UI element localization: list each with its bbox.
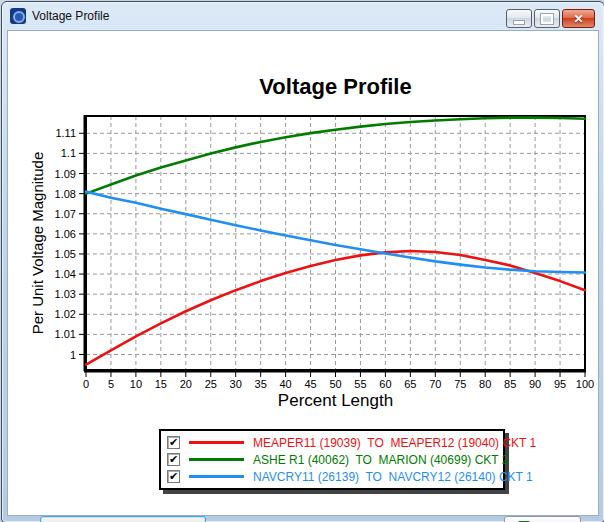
x-tick-label: 75 [454, 378, 466, 390]
minimize-button[interactable] [506, 9, 532, 28]
legend-checkbox[interactable]: ✔ [167, 436, 180, 449]
y-tick-label: 1.09 [55, 168, 76, 180]
x-tick-label: 50 [329, 378, 341, 390]
y-tick-label: 1.04 [55, 268, 76, 280]
y-tick-label: 1.1 [61, 147, 76, 159]
y-tick-label: 1.08 [55, 188, 76, 200]
legend-label: NAVCRY11 (26139) TO NAVCRY12 (26140) CKT… [253, 470, 533, 484]
x-tick-label: 85 [504, 378, 516, 390]
x-tick-label: 40 [279, 378, 291, 390]
y-tick-label: 1 [70, 349, 76, 361]
y-tick-label: 1.01 [55, 328, 76, 340]
x-tick-label: 95 [554, 378, 566, 390]
x-tick-label: 10 [130, 378, 142, 390]
legend-row: ✔MEAPER11 (19039) TO MEAPER12 (19040) CK… [167, 434, 497, 451]
x-tick-label: 25 [205, 378, 217, 390]
title-bar[interactable]: Voltage Profile ✕ [2, 2, 604, 30]
x-tick-label: 20 [180, 378, 192, 390]
x-tick-label: 45 [304, 378, 316, 390]
x-tick-label: 65 [404, 378, 416, 390]
close-icon: ✕ [573, 13, 583, 25]
legend-label: MEAPER11 (19039) TO MEAPER12 (19040) CKT… [253, 436, 536, 450]
y-tick-label: 1.02 [55, 308, 76, 320]
y-tick-label: 1.11 [55, 127, 76, 139]
legend-line-sample [189, 458, 244, 461]
x-tick-label: 30 [230, 378, 242, 390]
legend-label: ASHE R1 (40062) TO MARION (40699) CKT 2 [253, 453, 508, 467]
maximize-button[interactable] [534, 9, 560, 28]
legend-row: ✔NAVCRY11 (26139) TO NAVCRY12 (26140) CK… [167, 468, 497, 485]
maximize-icon [541, 14, 553, 24]
x-tick-label: 80 [479, 378, 491, 390]
legend-box: ✔MEAPER11 (19039) TO MEAPER12 (19040) CK… [159, 429, 505, 490]
legend-checkbox[interactable]: ✔ [167, 453, 180, 466]
close-window-button[interactable]: ✕ [562, 9, 595, 28]
x-tick-label: 35 [255, 378, 267, 390]
legend-row: ✔ASHE R1 (40062) TO MARION (40699) CKT 2 [167, 451, 497, 468]
x-tick-label: 55 [354, 378, 366, 390]
voltage-profile-window: Voltage Profile ✕ Voltage Profile Per Un… [1, 1, 604, 522]
y-tick-label: 1.06 [55, 228, 76, 240]
y-tick-label: 1.07 [55, 208, 76, 220]
minimize-icon [513, 20, 525, 25]
x-tick-label: 90 [529, 378, 541, 390]
legend-line-sample [189, 475, 244, 478]
x-tick-label: 100 [576, 378, 594, 390]
window-title: Voltage Profile [32, 9, 109, 23]
x-tick-label: 15 [155, 378, 167, 390]
chart-canvas: 0510152025303540455055606570758085909510… [7, 30, 604, 430]
legend-line-sample [189, 441, 244, 444]
y-tick-label: 1.03 [55, 288, 76, 300]
x-tick-label: 60 [379, 378, 391, 390]
dialog-content: Voltage Profile Per Unit Voltage Magnitu… [7, 30, 599, 516]
legend-checkbox[interactable]: ✔ [167, 470, 180, 483]
x-tick-label: 0 [83, 378, 89, 390]
close-dialog-button[interactable]: Close [504, 516, 581, 522]
x-tick-label: 70 [429, 378, 441, 390]
y-tick-label: 1.05 [55, 248, 76, 260]
app-icon [10, 8, 26, 24]
x-tick-label: 5 [108, 378, 114, 390]
show-profile-details-button[interactable]: Show Profile Details [40, 516, 206, 522]
